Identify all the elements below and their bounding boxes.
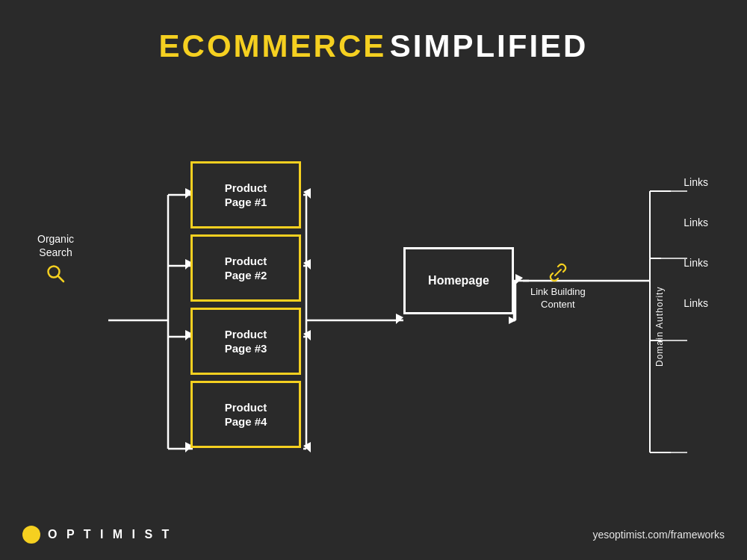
homepage-label: Homepage [428,274,489,287]
links-item-1: Links [684,176,708,188]
svg-marker-17 [303,330,311,340]
title-area: ECOMMERCE SIMPLIFIED [159,28,589,64]
search-icon [46,264,66,284]
svg-marker-16 [303,259,311,270]
svg-marker-29 [509,317,516,324]
links-item-3: Links [684,257,708,269]
svg-marker-18 [303,442,311,452]
svg-marker-20 [396,314,403,324]
svg-line-41 [58,276,63,282]
footer-url: yesoptimist.com/frameworks [592,529,725,541]
links-column: Links Links Links Links [684,176,708,309]
svg-marker-15 [303,188,311,199]
page-container: ECOMMERCE SIMPLIFIED [0,0,747,560]
diagram-arrows [30,87,717,482]
svg-marker-26 [515,274,523,284]
links-item-4: Links [684,297,708,309]
product-page-4: ProductPage #4 [190,381,301,448]
organic-search: OrganicSearch [37,232,74,284]
logo-text: O P T I M I S T [48,528,172,541]
logo-circle [22,526,40,544]
product-page-1: ProductPage #1 [190,161,301,228]
title-simplified: SIMPLIFIED [390,28,589,63]
footer: O P T I M I S T yesoptimist.com/framewor… [0,526,747,544]
links-item-2: Links [684,217,708,228]
domain-authority-label: Domain Authority [654,217,665,367]
product-pages-column: ProductPage #1 ProductPage #2 ProductPag… [190,161,301,448]
link-building: Link BuildingContent [530,262,586,311]
title-ecommerce: ECOMMERCE [159,28,387,63]
diagram: OrganicSearch ProductPage #1 ProductPage… [30,87,717,482]
homepage-box: Homepage [403,247,514,314]
logo-area: O P T I M I S T [22,526,172,544]
product-page-3: ProductPage #3 [190,308,301,375]
organic-search-label: OrganicSearch [37,232,74,259]
link-icon [548,262,568,283]
product-page-2: ProductPage #2 [190,234,301,302]
link-building-label: Link BuildingContent [530,286,586,311]
